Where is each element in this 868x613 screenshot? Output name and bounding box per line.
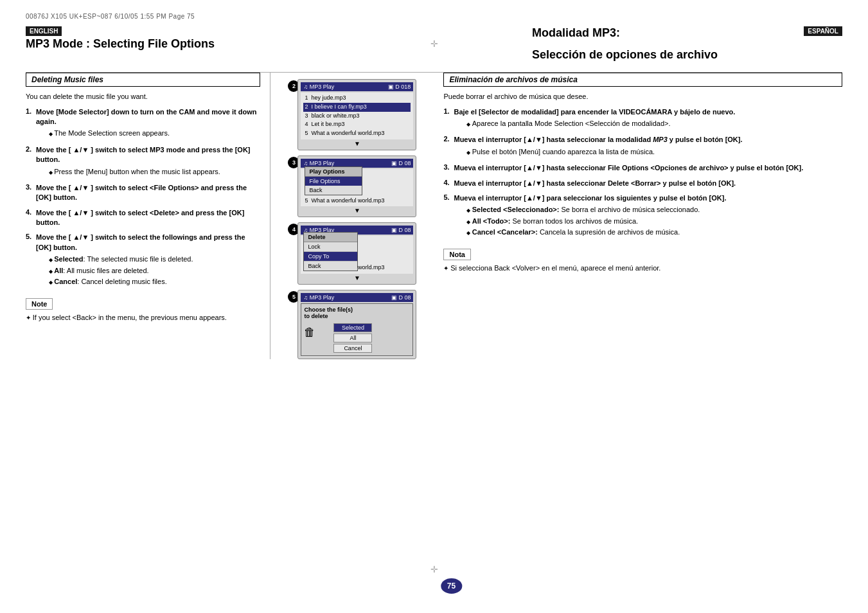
- screen-3-menu-item-1: File Options: [305, 177, 362, 186]
- screen-5-choose: Choose the file(s)to delete 🗑 Selected A…: [301, 303, 413, 356]
- right-step-num-3: 3.: [443, 163, 454, 173]
- step-content-3: Move the [ ▲/▼ ] switch to select <File …: [36, 183, 260, 203]
- screen-4-wrapper: 4 ♫ MP3 Play ▣ D 08 hy.mp3 s.mp3 4 Let i…: [297, 222, 416, 285]
- screen-3-scroll: ▼: [301, 207, 413, 214]
- left-step-4: 4. Move the [ ▲/▼ ] switch to select <De…: [26, 208, 260, 228]
- bullet-5-1: Selected: The selected music file is del…: [49, 254, 260, 264]
- screen-4-menu-item-lock: Lock: [304, 242, 357, 252]
- right-step-content-2: Mueva el interruptor [▲/▼] hasta selecci…: [454, 135, 842, 158]
- right-bullets-2: Pulse el botón [Menú] cuando aparezca la…: [466, 147, 842, 157]
- right-column: Eliminación de archivos de música Puede …: [434, 73, 842, 359]
- right-bullet-5-2: All <Todo>: Se borran todos los archivos…: [466, 217, 842, 226]
- screen-4-menu-item-copy: Copy To: [304, 252, 357, 262]
- screen-3-menu: Play Options File Options Back: [305, 166, 362, 195]
- choose-area: 🗑 Selected All Cancel: [304, 323, 410, 353]
- right-bullet-1-1: Aparece la pantalla Mode Selection <Sele…: [466, 119, 842, 129]
- right-step-num-4: 4.: [443, 179, 454, 188]
- page-number-area: 75: [441, 578, 462, 594]
- right-bullets-1: Aparece la pantalla Mode Selection <Sele…: [466, 119, 842, 129]
- step-num-4: 4.: [26, 208, 36, 228]
- screen-2-title: ♫ MP3 Play: [303, 84, 334, 90]
- step-text-4: Move the [ ▲/▼ ] switch to select <Delet…: [36, 209, 244, 226]
- left-steps: 1. Move [Mode Selector] down to turn on …: [26, 107, 260, 289]
- screen-3-item-4: 5 What a wonderful world.mp3: [303, 197, 411, 206]
- step-bullets-1: The Mode Selection screen appears.: [49, 129, 260, 138]
- step-content-5: Move the [ ▲/▼ ] switch to select the fo…: [36, 233, 260, 288]
- choose-cancel: Cancel: [333, 344, 372, 353]
- right-section-header: Eliminación de archivos de música: [443, 73, 842, 87]
- right-bullets-5: Selected <Seleccionado>: Se borra el arc…: [466, 205, 842, 237]
- right-step-num-5: 5.: [443, 193, 454, 239]
- right-bullet-5-1: Selected <Seleccionado>: Se borra el arc…: [466, 205, 842, 215]
- left-step-1: 1. Move [Mode Selector] down to turn on …: [26, 107, 260, 140]
- step-num-2: 2.: [26, 145, 36, 178]
- bullet-1-1: The Mode Selection screen appears.: [49, 129, 260, 138]
- right-title-line1: Modalidad MP3:: [532, 26, 718, 40]
- left-step-3: 3. Move the [ ▲/▼ ] switch to select <Fi…: [26, 183, 260, 203]
- right-steps: 1. Baje el [Selector de modalidad] para …: [443, 107, 842, 239]
- left-section-header: Deleting Music files: [26, 73, 260, 87]
- screen-2-item-1: 1 hey jude.mp3: [303, 94, 411, 103]
- right-step-text-2: Mueva el interruptor [▲/▼] hasta selecci…: [454, 136, 742, 143]
- crosshair-bottom: ✛: [430, 564, 438, 574]
- right-note-label: Nota: [443, 249, 470, 260]
- screen-3-wrapper: 3 ♫ MP3 Play ▣ D 08 fly.mp3 b.mp3 4 Let …: [297, 155, 416, 218]
- right-step-2: 2. Mueva el interruptor [▲/▼] hasta sele…: [443, 135, 842, 158]
- screen-2-wrapper: 2 ♫ MP3 Play ▣ D 018 1 hey jude.mp3 2 I …: [297, 79, 416, 150]
- left-step-2: 2. Move the [ ▲/▼ ] switch to select MP3…: [26, 145, 260, 178]
- screen-2-item-3: 3 black or white.mp3: [303, 112, 411, 121]
- bullet-5-3: Cancel: Cancel deleting music files.: [49, 277, 260, 287]
- right-note-text: Si selecciona Back <Volver> en el menú, …: [443, 263, 842, 273]
- middle-column: 2 ♫ MP3 Play ▣ D 018 1 hey jude.mp3 2 I …: [270, 73, 434, 359]
- step-content-4: Move the [ ▲/▼ ] switch to select <Delet…: [36, 208, 260, 228]
- choose-title: Choose the file(s)to delete: [304, 306, 410, 321]
- screen-4-menu: Delete Lock Copy To Back: [303, 232, 358, 271]
- screen-2-scroll: ▼: [301, 140, 413, 147]
- choose-all: All: [333, 333, 372, 342]
- step-num-5: 5.: [26, 233, 36, 288]
- right-step-5: 5. Mueva el interruptor [▲/▼] para selec…: [443, 193, 842, 239]
- bullet-5-2: All: All music files are deleted.: [49, 266, 260, 276]
- right-step-4: 4. Mueva el interruptor [▲/▼] hasta sele…: [443, 179, 842, 188]
- right-step-content-4: Mueva el interruptor [▲/▼] hasta selecci…: [454, 179, 842, 188]
- bullet-2-1: Press the [Menu] button when the music l…: [49, 167, 260, 177]
- right-step-text-4: Mueva el interruptor [▲/▼] hasta selecci…: [454, 179, 736, 187]
- crosshair-top: ✛: [430, 39, 438, 49]
- left-column: Deleting Music files You can delete the …: [26, 73, 270, 359]
- right-step-num-2: 2.: [443, 135, 454, 158]
- screen-2-item-5: 5 What a wonderful world.mp3: [303, 129, 411, 138]
- screen-5: ♫ MP3 Play ▣ D 08 Choose the file(s)to d…: [297, 290, 416, 359]
- right-step-text-1: Baje el [Selector de modalidad] para enc…: [454, 108, 735, 116]
- screen-3-menu-title: Play Options: [305, 167, 362, 177]
- screen-5-icons: ▣ D 08: [391, 294, 411, 301]
- left-title: MP3 Mode : Selecting File Options: [26, 37, 336, 51]
- screen-4-menu-item-back: Back: [304, 262, 357, 271]
- note-text: If you select <Back> in the menu, the pr…: [26, 313, 260, 323]
- right-step-3: 3. Mueva el interruptor [▲/▼] hasta sele…: [443, 163, 842, 173]
- screen-4-scroll: ▼: [301, 274, 413, 281]
- screen-3-title: ♫ MP3 Play: [303, 160, 334, 166]
- screen-2-item-4: 4 Let it be.mp3: [303, 120, 411, 129]
- screen-2: ♫ MP3 Play ▣ D 018 1 hey jude.mp3 2 I be…: [297, 79, 416, 150]
- screen-4-icons: ▣ D 08: [391, 227, 411, 233]
- step-num-1: 1.: [26, 107, 36, 140]
- left-note: Note If you select <Back> in the menu, t…: [26, 293, 260, 323]
- right-bullet-2-1: Pulse el botón [Menú] cuando aparezca la…: [466, 147, 842, 157]
- step-bullets-5: Selected: The selected music file is del…: [49, 254, 260, 287]
- english-badge: ENGLISH: [26, 26, 62, 36]
- right-bullet-5-3: Cancel <Cancelar>: Cancela la supresión …: [466, 227, 842, 237]
- main-content: Deleting Music files You can delete the …: [26, 72, 842, 359]
- page-number: 75: [441, 578, 462, 594]
- step-num-3: 3.: [26, 183, 36, 203]
- choose-options: Selected All Cancel: [333, 323, 372, 353]
- left-step-5: 5. Move the [ ▲/▼ ] switch to select the…: [26, 233, 260, 288]
- step-content-1: Move [Mode Selector] down to turn on the…: [36, 107, 260, 140]
- step-text-3: Move the [ ▲/▼ ] switch to select <File …: [36, 184, 247, 201]
- choose-selected: Selected: [333, 323, 372, 332]
- right-step-1: 1. Baje el [Selector de modalidad] para …: [443, 107, 842, 130]
- espanol-badge: ESPAÑOL: [804, 26, 842, 36]
- note-label: Note: [26, 298, 53, 310]
- right-step-text-3: Mueva el interruptor [▲/▼] hasta selecci…: [454, 164, 803, 172]
- screen-2-header: ♫ MP3 Play ▣ D 018: [301, 82, 413, 91]
- left-header-area: ENGLISH MP3 Mode : Selecting File Option…: [26, 26, 336, 69]
